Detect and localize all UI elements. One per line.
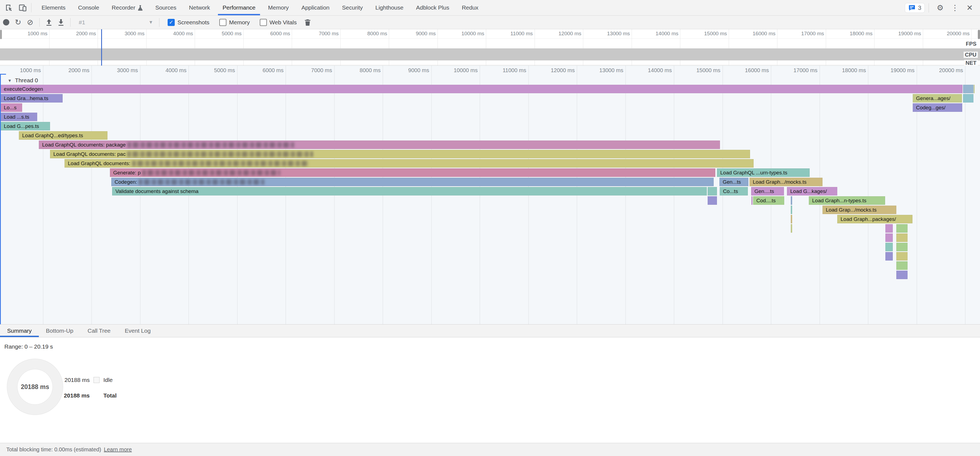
flame-event[interactable] [896, 243, 908, 251]
flame-event-load-graph-mocks-ts[interactable]: Load Graph.../mocks.ts [749, 178, 822, 186]
tab-label: Application [301, 5, 329, 11]
overview-tick-label: 1000 ms [1, 31, 48, 37]
flame-row: Validate documents against schemaCo...ts… [0, 187, 980, 195]
flame-event-load-graphql-documents-package[interactable]: Load GraphQL documents: package [39, 140, 720, 149]
tab-redux[interactable]: Redux [455, 0, 485, 15]
history-select[interactable]: #1 ▼ [74, 17, 156, 28]
flame-event-load-graphql-documents-pac[interactable]: Load GraphQL documents: pac [50, 150, 750, 158]
flame-event[interactable] [885, 252, 893, 261]
flame-event-load-graph-packages[interactable]: Load Graph...packages/ [837, 215, 912, 223]
flame-event[interactable] [896, 234, 908, 242]
settings-gear-icon[interactable]: ⚙ [933, 4, 947, 12]
overview-tick-label: 3000 ms [98, 31, 145, 37]
tab-adblock-plus[interactable]: Adblock Plus [410, 0, 455, 15]
record-button[interactable] [0, 17, 12, 28]
flame-event-load-graphql-documents[interactable]: Load GraphQL documents: [65, 159, 754, 168]
flame-event[interactable] [791, 224, 792, 233]
overview-scrollbar-thumb[interactable] [978, 30, 980, 39]
overview-cpu-band [0, 48, 980, 60]
flame-event-generate-p[interactable]: Generate: p [110, 168, 715, 177]
inspect-element-icon[interactable] [5, 3, 14, 12]
flame-event[interactable] [885, 234, 893, 242]
flame-event[interactable] [963, 85, 974, 93]
checkbox-memory[interactable]: Memory [219, 19, 250, 26]
details-tab-event-log[interactable]: Event Log [118, 324, 158, 337]
toolbar-checkboxes: ✓ScreenshotsMemoryWeb Vitals [163, 19, 302, 26]
collapse-triangle-icon[interactable]: ▼ [8, 78, 12, 83]
details-tab-call-tree[interactable]: Call Tree [80, 324, 118, 337]
flame-event[interactable] [885, 243, 893, 251]
checkbox-screenshots[interactable]: ✓Screenshots [168, 19, 210, 26]
flame-event-gen-ts[interactable]: Gen....ts [751, 187, 784, 195]
flame-event-gen-ts[interactable]: Gen...ts [719, 178, 748, 186]
overview-left-handle[interactable] [0, 30, 2, 39]
tab-console[interactable]: Console [72, 0, 105, 15]
clear-button[interactable]: ⊘ [24, 17, 36, 28]
flame-event-load-gra-hema-ts[interactable]: Load Gra...hema.ts [0, 94, 63, 103]
flame-event[interactable] [974, 85, 975, 93]
flame-event[interactable] [896, 224, 908, 233]
details-tab-summary[interactable]: Summary [0, 324, 39, 337]
checkbox-checked-icon[interactable]: ✓ [168, 19, 175, 26]
flame-event[interactable] [791, 196, 792, 205]
tab-elements[interactable]: Elements [35, 0, 72, 15]
flame-event-codeg-ges[interactable]: Codeg...ges/ [913, 103, 962, 112]
flame-event-load-g-pes-ts[interactable]: Load G...pes.ts [0, 122, 50, 130]
flame-event-co-ts[interactable]: Co...ts [720, 187, 748, 195]
flame-event-codegen[interactable]: Codegen: [111, 178, 714, 186]
thread-header[interactable]: ▼ Thread 0 [8, 76, 38, 85]
flame-event-load-g-kages[interactable]: Load G...kages/ [787, 187, 837, 195]
kebab-menu-icon[interactable]: ⋮ [947, 4, 963, 12]
flame-event-load-graphql-urn-types-ts[interactable]: Load GraphQL ...urn-types.ts [717, 168, 810, 177]
overview-time-marker[interactable] [101, 29, 102, 66]
learn-more-link[interactable]: Learn more [104, 446, 132, 453]
flame-event[interactable] [751, 196, 752, 205]
tab-lighthouse[interactable]: Lighthouse [369, 0, 410, 15]
flame-event[interactable] [791, 215, 792, 223]
flame-event[interactable] [791, 206, 792, 214]
flame-event[interactable] [708, 187, 717, 195]
trash-icon[interactable] [302, 17, 313, 28]
tab-recorder[interactable]: Recorder [105, 0, 149, 15]
details-tab-bottom-up[interactable]: Bottom-Up [39, 324, 80, 337]
flame-event[interactable] [963, 94, 974, 103]
checkbox-unchecked-icon[interactable] [260, 19, 267, 26]
overview-tick-label: 15000 ms [681, 31, 727, 37]
flame-row: Generate: pLoad GraphQL ...urn-types.ts [0, 168, 980, 177]
flame-row [0, 252, 980, 261]
flame-event-cod-ts[interactable]: Cod....ts [753, 196, 784, 205]
flame-event-executecodegen[interactable]: executeCodegen [0, 85, 963, 93]
flame-event[interactable] [896, 261, 908, 270]
flame-event[interactable] [896, 252, 908, 261]
flame-event[interactable] [708, 196, 717, 205]
tab-security[interactable]: Security [336, 0, 369, 15]
tab-performance[interactable]: Performance [216, 0, 262, 15]
device-toolbar-icon[interactable] [18, 3, 27, 12]
tab-network[interactable]: Network [183, 0, 216, 15]
legend-value: 20188 ms [54, 392, 90, 399]
flame-event-lo-s[interactable]: Lo...s [0, 103, 22, 112]
flame-event-genera-ages[interactable]: Genera...ages/ [913, 94, 962, 103]
reload-and-record-button[interactable]: ↻ [12, 17, 24, 28]
flame-event-load-graphq-ed-types-ts[interactable]: Load GraphQ...ed/types.ts [19, 131, 107, 140]
close-icon[interactable]: ✕ [963, 4, 977, 12]
devtools-window: ElementsConsoleRecorderSourcesNetworkPer… [0, 0, 980, 456]
checkbox-unchecked-icon[interactable] [219, 19, 226, 26]
flame-event-load-grap-mocks-ts[interactable]: Load Grap.../mocks.ts [822, 206, 896, 214]
tab-sources[interactable]: Sources [149, 0, 183, 15]
save-profile-button[interactable] [55, 17, 67, 28]
flame-event[interactable] [885, 224, 893, 233]
overview-tick-label: 18000 ms [826, 31, 873, 37]
flame-event[interactable] [896, 271, 908, 279]
console-messages-badge[interactable]: 3 [905, 3, 925, 13]
checkbox-web-vitals[interactable]: Web Vitals [260, 19, 297, 26]
flame-event-load-graph-n-types-ts[interactable]: Load Graph...n-types.ts [809, 196, 885, 205]
flame-event-validate-documents-against-schema[interactable]: Validate documents against schema [112, 187, 707, 195]
tab-application[interactable]: Application [295, 0, 336, 15]
tab-memory[interactable]: Memory [262, 0, 295, 15]
load-profile-button[interactable] [43, 17, 55, 28]
flame-row [0, 261, 980, 270]
flame-chart[interactable]: 1000 ms2000 ms3000 ms4000 ms5000 ms6000 … [0, 66, 980, 324]
timeline-overview[interactable]: 1000 ms2000 ms3000 ms4000 ms5000 ms6000 … [0, 29, 980, 66]
flame-event-load-s-ts[interactable]: Load ...s.ts [0, 113, 37, 121]
